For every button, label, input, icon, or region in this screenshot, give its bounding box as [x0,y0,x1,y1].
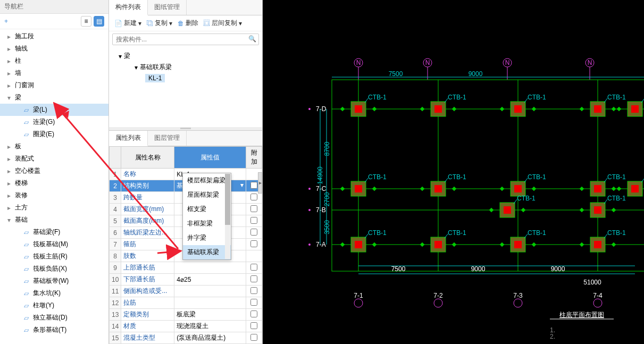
svg-text:7-2: 7-2 [433,292,443,299]
delete-button[interactable]: 🗑删除 [175,18,200,29]
collapse-handle[interactable]: ▸ [258,172,262,194]
nav-subitem[interactable]: ▱集水坑(K) [0,287,108,299]
struct-type-dropdown[interactable]: 楼层框架扁梁屋面框架梁框支梁非框架梁井字梁基础联系梁 [182,173,231,260]
nav-item[interactable]: ▸楼梯 [0,177,108,189]
search-icon[interactable]: 🔍 [248,35,256,43]
dropdown-option[interactable]: 屋面框架梁 [183,188,231,202]
prop-extra-checkbox[interactable] [250,287,257,294]
svg-text:CTB-1: CTB-1 [517,195,536,202]
nav-item[interactable]: ▸柱 [0,55,108,67]
nav-item[interactable]: ▸空心楼盖 [0,165,108,177]
tree-node-child[interactable]: ▾基础联系梁 [114,62,257,73]
splitter[interactable] [109,127,262,130]
property-row[interactable]: 15混凝土类型(泵送商品混凝土) [110,332,262,344]
svg-rect-90 [420,107,424,111]
nav-subitem[interactable]: ▱连梁(G) [0,116,108,128]
component-tree: ▾梁 ▾基础联系梁 KL-1 [109,47,262,127]
prop-extra-checkbox[interactable] [250,311,257,317]
svg-rect-101 [500,187,504,191]
property-row[interactable]: 11侧面构造或受... [110,286,262,297]
svg-text:9000: 9000 [551,265,565,273]
svg-rect-111 [372,242,377,247]
rbeam-icon: ▱ [22,131,30,138]
nav-item[interactable]: ▸装修 [0,189,108,202]
prop-extra-checkbox[interactable] [250,322,257,329]
svg-rect-115 [532,242,536,247]
nav-subitem[interactable]: ▱筏板基础(M) [0,238,108,250]
svg-rect-100 [452,187,456,191]
tab-layer-mgmt[interactable]: 图层管理 [148,131,187,146]
nav-item[interactable]: ▸墙 [0,67,108,79]
property-row[interactable]: 12拉筋 [110,297,262,309]
property-row[interactable]: 10下部通长筋4⌀25 [110,274,262,286]
svg-rect-104 [612,187,616,191]
dropdown-option[interactable]: 井字梁 [183,231,231,245]
nav-item[interactable]: ▸装配式 [0,153,108,165]
nav-tree: ▸施工段▸轴线▸柱▸墙▸门窗洞▾梁▱梁(L)▱连梁(G)▱圈梁(E)▸板▸装配式… [0,29,108,344]
view-list-button[interactable]: ≡ [81,16,91,27]
svg-point-145 [593,299,602,307]
prop-extra-checkbox[interactable] [250,229,257,236]
tab-component-list[interactable]: 构件列表 [109,0,148,15]
nav-subitem[interactable]: ▱筏板负筋(X) [0,263,108,275]
svg-rect-97 [340,187,345,191]
svg-text:CTB-1: CTB-1 [448,173,466,181]
prop-extra-checkbox[interactable] [250,275,257,282]
dropdown-option[interactable]: 框支梁 [183,202,231,216]
view-card-button[interactable]: ▤ [94,16,104,27]
nav-subitem[interactable]: ▱梁(L) [0,104,108,116]
nav-item[interactable]: ▾梁 [0,91,108,104]
property-row[interactable]: 14材质现浇混凝土 [110,321,262,332]
svg-text:N: N [425,59,430,66]
fbeam-icon: ▱ [22,229,30,236]
add-icon[interactable]: + [4,18,8,25]
nav-subitem[interactable]: ▱圈梁(E) [0,128,108,140]
prop-extra-checkbox[interactable] [250,205,257,212]
nav-item[interactable]: ▸门窗洞 [0,79,108,91]
nav-item[interactable]: ▾基础 [0,214,108,226]
nav-subitem[interactable]: ▱独立基础(D) [0,312,108,324]
prop-extra-checkbox[interactable] [250,240,257,247]
prop-extra-checkbox[interactable] [250,182,257,189]
floor-copy-button[interactable]: ⿴层间复制 ▾ [202,18,244,29]
col-value: 属性值 [174,147,246,169]
svg-point-125 [308,244,311,246]
dropdown-option[interactable]: 非框架梁 [183,216,231,231]
tab-property-list[interactable]: 属性列表 [109,131,148,146]
svg-rect-53 [514,185,522,192]
nav-subitem[interactable]: ▱筏板主筋(R) [0,250,108,263]
svg-rect-49 [434,185,442,192]
tree-node-leaf[interactable]: KL-1 [114,73,257,83]
tree-node-root[interactable]: ▾梁 [114,51,257,62]
svg-text:9000: 9000 [471,265,486,273]
svg-point-143 [514,299,522,307]
dropdown-option[interactable]: 基础联系梁 [183,245,231,259]
sump-icon: ▱ [22,290,30,297]
prop-extra-checkbox[interactable] [250,194,257,200]
dropdown-option[interactable]: 楼层框架扁梁 [183,173,231,188]
new-button[interactable]: 📄新建 ▾ [112,18,144,29]
svg-rect-99 [420,187,424,191]
prop-extra-checkbox[interactable] [250,334,257,341]
svg-text:7-C: 7-C [316,185,327,192]
tab-drawing-mgmt[interactable]: 图纸管理 [148,0,187,15]
nav-subitem[interactable]: ▱柱墩(Y) [0,299,108,312]
search-input[interactable] [112,33,259,45]
svg-text:CTB-1: CTB-1 [368,229,387,237]
prop-extra-checkbox[interactable] [250,264,257,271]
copy-button[interactable]: ⿻复制 ▾ [145,18,174,29]
nav-item[interactable]: ▸土方 [0,202,108,214]
nav-subitem[interactable]: ▱基础梁(F) [0,226,108,238]
delete-icon: 🗑 [178,20,184,27]
svg-rect-65 [504,206,511,214]
nav-item[interactable]: ▸板 [0,140,108,153]
prop-extra-checkbox[interactable] [250,217,257,224]
nav-subitem[interactable]: ▱条形基础(T) [0,324,108,336]
prop-extra-checkbox[interactable] [250,299,257,306]
nav-item[interactable]: ▸轴线 [0,43,108,55]
nav-item[interactable]: ▸施工段 [0,30,108,43]
nav-subitem[interactable]: ▱基础板带(W) [0,275,108,287]
property-row[interactable]: 9上部通长筋 [110,262,262,274]
property-row[interactable]: 13定额类别板底梁 [110,309,262,321]
cad-viewport[interactable]: NNNN75009000CTB-1CTB-1CTB-1CTB-1CTB-1CTB… [263,0,644,344]
